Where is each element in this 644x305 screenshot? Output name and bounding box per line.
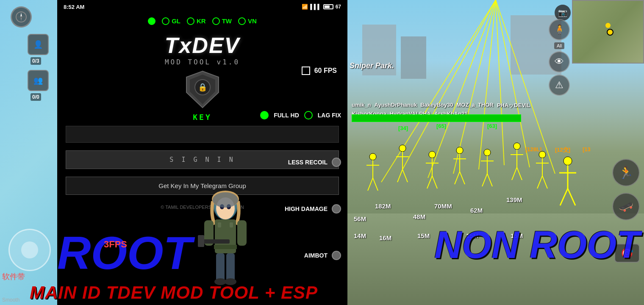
- svg-point-35: [369, 153, 376, 160]
- time-display: 8:52 AM: [64, 4, 84, 10]
- friend-count: 0/0: [31, 93, 41, 101]
- svg-line-69: [542, 176, 547, 189]
- left-game-controls: 👤 0/3 👥 0/0: [0, 0, 57, 305]
- server-label-tw: TW: [222, 17, 232, 25]
- svg-rect-21: [226, 253, 235, 281]
- camera-button[interactable]: 📷: [555, 5, 571, 21]
- txdev-title: TxDEV: [57, 33, 347, 58]
- fps-checkbox[interactable]: [302, 67, 310, 75]
- player-name-ayush: AyushDrPhanuk: [375, 102, 417, 109]
- minimap-player-icon: [607, 29, 613, 36]
- high-damage-toggle[interactable]: [332, 204, 341, 214]
- server-buttons-row: GL KR TW VN: [57, 14, 347, 28]
- svg-point-45: [429, 151, 436, 158]
- svg-line-38: [368, 178, 373, 191]
- skate-button[interactable]: 🛹: [612, 193, 640, 220]
- anime-character: [187, 191, 264, 288]
- right-panel: 📷 Report ⚙ 🧍 All 👁 ⚠ Sniper Park. umik_n…: [347, 0, 644, 305]
- level-badge-2: [65]: [436, 123, 446, 129]
- dist-182m: 182M: [375, 202, 391, 210]
- level-badge-3: [63]: [487, 123, 497, 129]
- player-names-line1: umik_n AyushDrPhanuk BakeyBoy30 MOZ_a_TH…: [352, 102, 640, 109]
- svg-line-44: [402, 169, 408, 182]
- chinese-text: 软件带: [2, 272, 25, 282]
- battery-percent: 67: [336, 4, 341, 10]
- shield-container: 🔒: [57, 70, 347, 108]
- battery-icon: [323, 4, 333, 9]
- txdev-subtitle: MOD TOOL v1.0: [57, 58, 347, 66]
- high-damage-label: HIGH DAMAGE: [285, 205, 328, 212]
- player-ui-right: 🧍 All 👁 ⚠: [549, 19, 570, 96]
- server-circle-vn: [238, 17, 246, 25]
- compass-icon[interactable]: [11, 6, 32, 28]
- minimap: [572, 0, 644, 64]
- server-circle-gl: [162, 17, 169, 25]
- svg-rect-17: [237, 220, 247, 246]
- svg-rect-25: [230, 222, 233, 227]
- fps-label: 60 FPS: [314, 67, 337, 75]
- svg-line-74: [568, 189, 575, 205]
- svg-line-59: [487, 174, 492, 186]
- level-badge-1: [34]: [398, 125, 408, 131]
- less-recoil-label: LESS RECOIL: [288, 159, 328, 166]
- eye-ui-btn[interactable]: 👁: [549, 51, 570, 72]
- player-count: 0/3: [31, 57, 41, 65]
- svg-line-53: [455, 172, 460, 184]
- signal-icon: ▌▌▌: [310, 4, 321, 10]
- svg-line-73: [560, 189, 568, 205]
- server-btn-vn[interactable]: VN: [238, 17, 257, 25]
- wifi-icon: 📶: [302, 4, 308, 10]
- svg-rect-18: [200, 239, 230, 244]
- esp-health-bar: [352, 114, 521, 122]
- player-name-bakey: BakeyBoy30: [420, 102, 453, 109]
- txdev-logo: TxDEV MOD TOOL v1.0: [57, 28, 347, 66]
- player-name-moz: MOZ_a_THOR: [457, 102, 494, 109]
- root-text: ROOT: [57, 226, 192, 280]
- svg-rect-24: [218, 222, 221, 227]
- svg-rect-19: [198, 235, 204, 247]
- dist-139m: 139M: [506, 196, 522, 203]
- server-btn-tw[interactable]: TW: [212, 17, 232, 25]
- joystick-inner: [21, 241, 38, 258]
- lagfix-radio[interactable]: [304, 111, 313, 119]
- dist-62m: 62M: [470, 207, 483, 214]
- all-badge: All: [554, 42, 564, 49]
- warning-ui-btn[interactable]: ⚠: [549, 75, 570, 96]
- fullhd-radio[interactable]: [260, 111, 269, 119]
- resolution-options: FULL HD LAG FIX: [260, 111, 341, 119]
- svg-point-40: [399, 145, 406, 152]
- fullhd-label: FULL HD: [274, 112, 299, 119]
- joystick[interactable]: [8, 229, 51, 271]
- add-friend-icon[interactable]: 👥: [28, 70, 49, 91]
- high-damage-option: HIGH DAMAGE: [285, 204, 341, 214]
- shield-icon: 🔒: [186, 70, 219, 108]
- svg-line-43: [397, 169, 402, 182]
- status-icons: 📶 ▌▌▌ 67: [302, 4, 341, 10]
- svg-point-13: [213, 192, 238, 208]
- player-name-pha: PHAッDEViL: [497, 102, 530, 109]
- server-btn-gl[interactable]: GL: [162, 17, 180, 25]
- character-ui-btn[interactable]: 🧍: [549, 19, 570, 40]
- svg-point-65: [539, 151, 546, 158]
- jump-button[interactable]: 🏃: [612, 159, 640, 186]
- server-btn-kr[interactable]: KR: [187, 17, 206, 25]
- svg-line-49: [432, 176, 437, 189]
- server-btn-default[interactable]: [148, 17, 155, 25]
- svg-line-39: [373, 178, 378, 191]
- player-name-umik: umik_n: [352, 102, 371, 109]
- non-root-text: NON ROOT: [434, 223, 640, 267]
- server-circle-tw: [212, 17, 220, 25]
- svg-marker-2: [20, 17, 22, 21]
- less-recoil-option: LESS RECOIL: [288, 158, 341, 167]
- less-recoil-toggle[interactable]: [332, 158, 341, 167]
- lagfix-label: LAG FIX: [318, 112, 341, 119]
- dist-16m: 16M: [379, 234, 391, 241]
- server-label-gl: GL: [172, 17, 180, 25]
- aimbot-label: AIMBOT: [304, 252, 328, 259]
- svg-line-48: [427, 176, 432, 189]
- server-circle-default: [148, 17, 155, 25]
- aimbot-toggle[interactable]: [332, 251, 341, 260]
- key-input[interactable]: [66, 126, 339, 143]
- minimap-player-dot: [605, 23, 611, 28]
- svg-line-54: [460, 172, 465, 184]
